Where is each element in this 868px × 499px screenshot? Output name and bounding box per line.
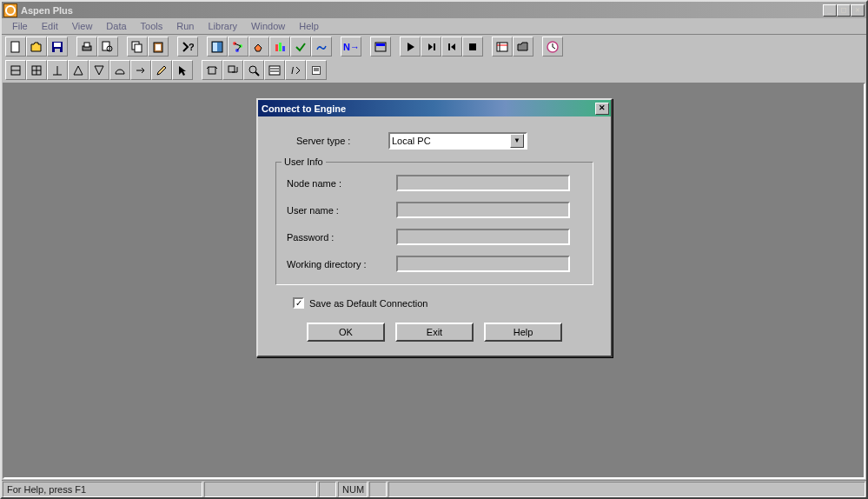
menu-library[interactable]: Library [201, 19, 244, 33]
connect-dialog: Connect to Engine ✕ Server type : Local … [256, 98, 613, 357]
app-title: Aspen Plus [21, 5, 823, 16]
workspace: Connect to Engine ✕ Server type : Local … [3, 83, 865, 479]
exit-button[interactable]: Exit [395, 323, 474, 342]
ok-button[interactable]: OK [307, 323, 385, 342]
menu-edit[interactable]: Edit [35, 19, 65, 33]
svg-text:?: ? [189, 42, 194, 52]
status-help-text: For Help, press F1 [3, 482, 202, 497]
open-icon[interactable] [26, 37, 47, 57]
step-icon[interactable] [421, 37, 441, 57]
grid-icon[interactable] [26, 60, 47, 80]
pencil-icon[interactable] [151, 60, 172, 80]
control-panel-icon[interactable] [370, 37, 391, 57]
svg-rect-0 [11, 42, 19, 52]
link-icon[interactable] [311, 37, 332, 57]
status-cell-5 [369, 482, 387, 497]
svg-rect-9 [135, 44, 142, 52]
status-num: NUM [338, 482, 368, 497]
svg-rect-20 [282, 46, 285, 51]
arrow-right-icon[interactable] [130, 60, 151, 80]
svg-point-41 [249, 66, 256, 73]
user-info-fieldset: User Info Node name : User name : Passwo… [275, 162, 593, 285]
working-dir-input[interactable] [396, 256, 570, 272]
run-icon[interactable] [400, 37, 421, 57]
svg-rect-23 [376, 43, 385, 46]
menu-file[interactable]: File [5, 19, 35, 33]
svg-rect-39 [209, 67, 215, 74]
tools-icon[interactable] [248, 37, 269, 57]
svg-rect-11 [156, 44, 161, 50]
folder-icon[interactable] [513, 37, 533, 57]
data-browser-icon[interactable] [207, 37, 228, 57]
copy-icon[interactable] [127, 37, 148, 57]
check-icon[interactable] [290, 37, 311, 57]
menu-help[interactable]: Help [292, 19, 326, 33]
zoom-icon[interactable] [243, 60, 264, 80]
stop-icon[interactable] [462, 37, 483, 57]
pointer-icon[interactable] [172, 60, 193, 80]
list-icon[interactable] [264, 60, 285, 80]
triangle-down-icon[interactable] [89, 60, 109, 80]
menu-data[interactable]: Data [99, 19, 133, 33]
flowsheet-icon[interactable] [5, 60, 26, 80]
status-cell-2 [204, 482, 317, 497]
menu-view[interactable]: View [65, 19, 100, 33]
svg-text:I: I [291, 65, 294, 76]
dialog-titlebar: Connect to Engine ✕ [258, 100, 611, 116]
menu-window[interactable]: Window [244, 19, 292, 33]
svg-rect-25 [448, 43, 450, 50]
settings-icon[interactable] [492, 37, 513, 57]
results-icon[interactable] [269, 37, 290, 57]
text-icon[interactable] [306, 60, 327, 80]
server-type-select[interactable]: Local PC ▼ [388, 132, 527, 150]
svg-rect-19 [279, 43, 282, 51]
server-type-label: Server type : [275, 136, 388, 146]
main-window: Aspen Plus _ □ ✕ File Edit View Data Too… [0, 0, 868, 499]
working-dir-label: Working directory : [287, 259, 396, 269]
triangle-up-icon[interactable] [68, 60, 89, 80]
svg-rect-27 [497, 43, 507, 51]
user-info-legend: User Info [282, 156, 326, 167]
statusbar: For Help, press F1 NUM [2, 480, 866, 497]
next-icon[interactable]: N→ [341, 37, 361, 57]
print-icon[interactable] [76, 37, 97, 57]
chevron-down-icon[interactable]: ▼ [510, 134, 524, 148]
maximize-button[interactable]: □ [837, 4, 851, 17]
dialog-title: Connect to Engine [260, 103, 595, 114]
help-button[interactable]: Help [484, 323, 562, 342]
svg-rect-26 [469, 43, 476, 50]
semicircle-icon[interactable] [109, 60, 130, 80]
dialog-close-button[interactable]: ✕ [595, 103, 609, 115]
menu-run[interactable]: Run [169, 19, 201, 33]
menubar: File Edit View Data Tools Run Library Wi… [2, 18, 866, 35]
new-icon[interactable] [5, 37, 26, 57]
password-label: Password : [287, 232, 396, 243]
print-preview-icon[interactable] [97, 37, 118, 57]
paste-icon[interactable] [148, 37, 169, 57]
status-cell-6 [388, 482, 865, 497]
app-icon [3, 3, 17, 17]
tree-icon[interactable] [228, 37, 248, 57]
close-button[interactable]: ✕ [851, 4, 865, 17]
svg-rect-18 [275, 44, 278, 51]
perpendicular-icon[interactable] [47, 60, 68, 80]
block-icon[interactable] [202, 60, 222, 80]
svg-rect-3 [55, 49, 60, 52]
format-icon[interactable]: I [285, 60, 306, 80]
password-input[interactable] [396, 229, 570, 245]
svg-rect-5 [84, 43, 89, 47]
save-icon[interactable] [47, 37, 68, 57]
svg-text:N→: N→ [343, 42, 360, 52]
svg-line-42 [255, 72, 259, 76]
context-help-icon[interactable]: ? [177, 37, 198, 57]
user-name-input[interactable] [396, 202, 570, 218]
save-default-checkbox[interactable]: ✓ [293, 297, 304, 309]
menu-tools[interactable]: Tools [134, 19, 170, 33]
node-name-input[interactable] [396, 175, 570, 191]
titlebar: Aspen Plus _ □ ✕ [2, 2, 866, 18]
svg-rect-2 [54, 43, 61, 47]
reset-icon[interactable] [441, 37, 462, 57]
resize-icon[interactable] [222, 60, 243, 80]
clock-icon[interactable] [542, 37, 563, 57]
minimize-button[interactable]: _ [823, 4, 837, 17]
